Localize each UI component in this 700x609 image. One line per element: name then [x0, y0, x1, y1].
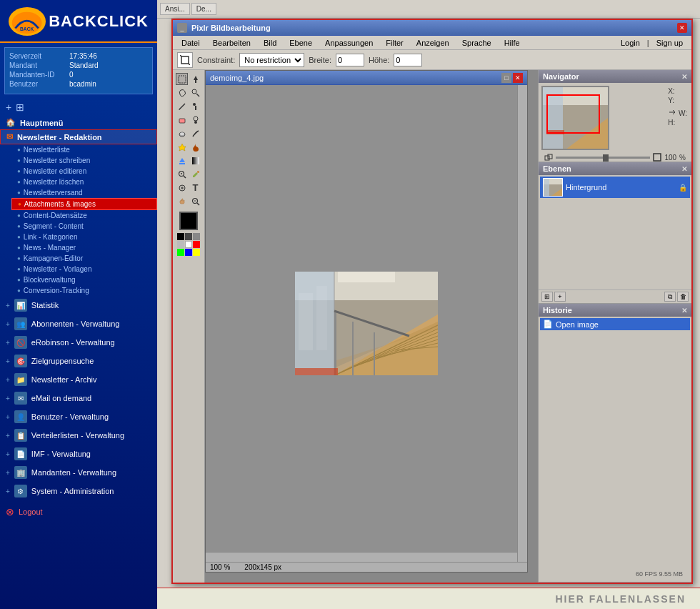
horizontal-scrollbar[interactable]	[206, 552, 517, 562]
layer-duplicate[interactable]: ⧉	[664, 292, 676, 302]
history-item[interactable]: 📄 Open image	[540, 318, 690, 330]
hand-tool[interactable]	[176, 195, 188, 207]
canvas-area[interactable]: demoimg_4.jpg □ ✕	[205, 70, 538, 583]
sub-item-versand[interactable]: ● Newsletterversand	[11, 187, 157, 198]
gradient-tool[interactable]	[189, 154, 201, 167]
palette-blue[interactable]	[185, 249, 192, 256]
minimize-button[interactable]: _	[177, 23, 187, 33]
palette-light[interactable]	[177, 241, 184, 248]
dodge-tool[interactable]	[176, 141, 188, 153]
spot-heal-tool[interactable]	[176, 182, 188, 194]
image-close[interactable]: ✕	[513, 73, 523, 83]
image-maximize[interactable]: □	[501, 73, 511, 83]
sub-item-news-manager[interactable]: ● News - Manager	[11, 242, 157, 253]
crop-tool-button[interactable]	[177, 52, 193, 68]
palette-red[interactable]	[193, 241, 200, 248]
sub-item-kampagnen[interactable]: ● Kampagnen-Editor	[11, 253, 157, 264]
layer-new-group[interactable]: ⊞	[541, 292, 553, 302]
sub-item-blockverwaltung[interactable]: ● Blockverwaltung	[11, 274, 157, 285]
magic-wand-tool[interactable]	[189, 86, 201, 99]
sidebar-item-archiv[interactable]: + 📁 Newsletter - Archiv	[0, 370, 157, 389]
historie-close[interactable]: ✕	[681, 307, 687, 315]
menu-sprache[interactable]: Sprache	[456, 37, 497, 49]
paint-bucket-tool[interactable]	[176, 154, 188, 167]
sub-item-attachments[interactable]: ● Attachments & images	[11, 198, 157, 210]
sub-item-conversion[interactable]: ● Conversion-Tracking	[11, 285, 157, 296]
logout-button[interactable]: ⊗ Logout	[0, 503, 157, 520]
sidebar-item-statistik[interactable]: + 📊 Statistik	[0, 296, 157, 315]
system-label: System - Administration	[31, 487, 114, 495]
plus-icon[interactable]: +	[6, 102, 11, 113]
menu-datei[interactable]: Datei	[176, 37, 206, 49]
eyedropper-tool[interactable]	[189, 168, 201, 180]
brush-tool[interactable]	[189, 100, 201, 112]
zoom-out-tool[interactable]	[189, 195, 201, 207]
newsletter-section[interactable]: ✉ Newsletter - Redaktion	[0, 129, 157, 144]
menu-bild[interactable]: Bild	[258, 37, 282, 49]
sidebar-item-verteilerlisten[interactable]: + 📋 Verteilerlisten - Verwaltung	[0, 426, 157, 445]
menu-ebene[interactable]: Ebene	[284, 37, 318, 49]
hoehe-input[interactable]	[394, 54, 422, 66]
zoom-slider[interactable]	[556, 157, 650, 159]
menu-anpassungen[interactable]: Anpassungen	[319, 37, 379, 49]
zoom-tool[interactable]	[176, 168, 188, 180]
svg-point-17	[180, 132, 184, 135]
sub-item-editieren[interactable]: ● Newsletter editieren	[11, 166, 157, 177]
sidebar-item-abonnenten[interactable]: + 👥 Abonnenten - Verwaltung	[0, 315, 157, 333]
lasso-tool[interactable]	[176, 86, 188, 99]
sub-item-vorlagen[interactable]: ● Newsletter - Vorlagen	[11, 264, 157, 274]
sidebar-item-benutzer[interactable]: + 👤 Benutzer - Verwaltung	[0, 407, 157, 426]
pencil-tool[interactable]	[176, 100, 188, 112]
palette-yellow[interactable]	[193, 249, 200, 256]
sidebar-item-email-demand[interactable]: + ✉ eMail on demand	[0, 389, 157, 407]
menu-bearbeiten[interactable]: Bearbeiten	[207, 37, 256, 49]
palette-gray[interactable]	[193, 233, 200, 240]
navigator-close[interactable]: ✕	[681, 73, 687, 81]
move-tool[interactable]	[189, 73, 201, 85]
sub-item-link[interactable]: ● Link - Kategorien	[11, 232, 157, 242]
breite-input[interactable]	[336, 54, 364, 66]
sub-item-newsletterliste[interactable]: ● Newsletterliste	[11, 144, 157, 155]
menu-hilfe[interactable]: Hilfe	[499, 37, 526, 49]
drop-zone[interactable]: HIER FALLENLASSEN	[157, 588, 700, 609]
palette-black[interactable]	[177, 233, 184, 240]
sidebar-item-mandanten[interactable]: + 🏢 Mandanten - Verwaltung	[0, 463, 157, 482]
burn-tool[interactable]	[189, 141, 201, 153]
palette-dark[interactable]	[185, 233, 192, 240]
sub-item-label: Newsletterversand	[24, 189, 83, 197]
sidebar-item-imf[interactable]: + 📄 IMF - Verwaltung	[0, 445, 157, 463]
select-tool[interactable]	[176, 73, 188, 85]
ebenen-close[interactable]: ✕	[681, 165, 687, 173]
layer-add[interactable]: +	[554, 292, 566, 302]
smudge-tool[interactable]	[189, 127, 201, 139]
layer-item[interactable]: Hintergrund 🔒	[540, 177, 690, 198]
constraint-select[interactable]: No restriction	[239, 53, 304, 67]
hauptmenu-item[interactable]: 🏠 Hauptmenü	[0, 116, 157, 129]
eraser-tool[interactable]	[176, 114, 188, 126]
sidebar-item-system[interactable]: + ⚙ System - Administration	[0, 482, 157, 500]
sub-item-content-datensaetze[interactable]: ● Content-Datensätze	[11, 210, 157, 221]
blur-tool[interactable]	[176, 127, 188, 139]
sub-item-schreiben[interactable]: ● Newsletter schreiben	[11, 155, 157, 166]
image-canvas[interactable]	[206, 85, 527, 562]
vertical-scrollbar[interactable]	[517, 85, 527, 562]
grid-icon[interactable]: ⊞	[16, 102, 24, 113]
svg-rect-13	[179, 119, 185, 123]
menu-anzeigen[interactable]: Anzeigen	[411, 37, 455, 49]
taskbar-de[interactable]: De...	[191, 3, 216, 15]
sub-item-segment[interactable]: ● Segment - Content	[11, 221, 157, 232]
sub-item-loeschen[interactable]: ● Newsletter löschen	[11, 177, 157, 187]
layer-delete[interactable]: 🗑	[677, 292, 689, 302]
palette-green[interactable]	[177, 249, 184, 256]
menu-login[interactable]: Login	[615, 37, 646, 49]
menu-signup[interactable]: Sign up	[651, 37, 689, 49]
menu-filter[interactable]: Filter	[380, 37, 409, 49]
palette-white[interactable]	[185, 241, 192, 248]
close-button[interactable]: ✕	[677, 23, 687, 33]
taskbar-ansi[interactable]: Ansi...	[160, 3, 190, 15]
sidebar-item-zielgruppe[interactable]: + 🎯 Zielgruppensuche	[0, 352, 157, 370]
clone-tool[interactable]	[189, 114, 201, 126]
sidebar-item-erobinson[interactable]: + 🚫 eRobinson - Verwaltung	[0, 333, 157, 352]
text-tool[interactable]: T	[189, 182, 201, 194]
foreground-color[interactable]	[179, 212, 198, 230]
